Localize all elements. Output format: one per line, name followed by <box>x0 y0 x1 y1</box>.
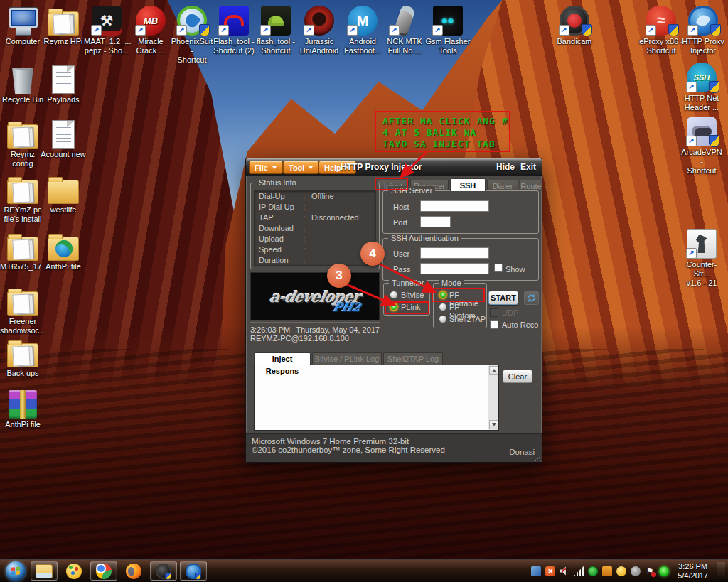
desktop-icon-eproxy[interactable]: eProxy x86 - Shortcut <box>638 4 684 55</box>
firefox-icon <box>126 564 141 579</box>
user-input[interactable] <box>420 247 489 259</box>
pass-input[interactable] <box>420 263 489 274</box>
taskbar-http-proxy-injector[interactable] <box>180 561 207 581</box>
log-scrollbar[interactable] <box>488 365 498 430</box>
show-password-checkbox[interactable] <box>494 264 503 272</box>
start-button-orb[interactable] <box>6 561 26 581</box>
action-center-flag-icon[interactable] <box>645 566 655 576</box>
desktop-icon-http-net-header[interactable]: HTTP Net Header ... <box>679 61 724 112</box>
pf-system-radio[interactable] <box>439 303 447 311</box>
jurassic-icon <box>304 6 334 36</box>
ssh-icon <box>687 63 717 92</box>
refresh-button[interactable] <box>524 291 539 305</box>
desktop-icon-phoenixsuit[interactable]: PhoenixSuit - Shortcut <box>169 4 215 65</box>
donate-link[interactable]: Donasi <box>509 448 535 456</box>
desktop-icon-anthpi-folder[interactable]: AnthPi file <box>41 230 86 271</box>
annotation-note-text: AFTER MA CLICK ANG # 4 AT 5 BALIK NA TAY… <box>382 116 508 150</box>
scroll-up-icon[interactable] <box>489 366 498 375</box>
desktop-icon-flash-tool[interactable]: flash_tool - Shortcut <box>253 4 299 55</box>
desktop-icon-flash-tool-2[interactable]: Flash_tool - Shortcut (2) <box>211 4 257 55</box>
tab-bitvise-plink-log[interactable]: Bitvise / PLink Log <box>312 352 382 365</box>
tab-ssh[interactable]: SSH <box>450 178 486 191</box>
uac-shield-icon <box>165 573 171 580</box>
folder-icon <box>48 237 79 261</box>
ball-app-tray-icon[interactable] <box>616 566 626 576</box>
host-input[interactable] <box>420 200 489 212</box>
clear-button[interactable]: Clear <box>503 370 532 383</box>
step-4-badge: 4 <box>360 242 385 266</box>
window-clock-date: Thursday, May 04, 2017 <box>296 325 380 334</box>
udp-label: UDP <box>502 308 518 317</box>
exit-button[interactable]: Exit <box>520 162 536 172</box>
green-status-icon[interactable] <box>659 566 669 576</box>
folder-icon <box>7 237 38 261</box>
folder-icon <box>48 11 79 36</box>
tab-dialer[interactable]: Dialer <box>487 180 518 191</box>
phoenixsuit-icon <box>177 6 207 36</box>
start-button[interactable]: START <box>488 291 518 305</box>
desktop-icon-freener-shadowsoc[interactable]: Freener shadowsoc... <box>0 284 46 335</box>
folder-icon <box>48 180 79 204</box>
tray-clock[interactable]: 3:26 PM 5/4/2017 <box>673 562 712 581</box>
desktop-icon-arcadevpn[interactable]: ArcadeVPN - Shortcut <box>679 115 724 176</box>
desktop-icon-recycle-bin[interactable]: Recycle Bin <box>0 63 46 104</box>
tab-route[interactable]: Route <box>520 180 542 191</box>
taskbar-ball-app[interactable] <box>60 561 87 581</box>
clock-panel: 3:26:03 PM Thursday, May 04, 2017 REYMZ-… <box>250 322 380 343</box>
bitvise-radio[interactable] <box>390 291 398 299</box>
desktop-icon-reymz-hpi[interactable]: Reymz HPi <box>41 4 86 46</box>
shell2tap-radio[interactable] <box>439 315 447 323</box>
explorer-icon <box>36 564 53 578</box>
globe-icon[interactable] <box>588 566 598 576</box>
desktop-icon-jurassic-uniandroid[interactable]: Jurassic UniAndroid <box>296 4 342 55</box>
volume-muted-icon[interactable] <box>560 566 569 576</box>
port-input[interactable] <box>420 216 451 227</box>
antivirus-icon[interactable] <box>545 566 555 576</box>
tab-shell2tap-log[interactable]: Shell2TAP Log <box>383 352 443 365</box>
step-3-badge: 3 <box>327 264 351 288</box>
hide-button[interactable]: Hide <box>496 162 515 172</box>
gray-app-icon[interactable] <box>631 566 641 576</box>
network-signal-icon[interactable] <box>574 566 584 576</box>
scroll-down-icon[interactable] <box>489 420 498 429</box>
file-menu-button[interactable]: File <box>249 161 283 174</box>
folder-icon <box>7 124 38 149</box>
desktop-icon-computer[interactable]: Computer <box>0 4 46 46</box>
desktop-icon-westlife[interactable]: westlife <box>41 173 86 215</box>
window-clock-time: 3:26:03 PM <box>250 325 290 334</box>
desktop-icon-back-ups[interactable]: Back ups <box>0 336 46 378</box>
desktop-icon-maat[interactable]: MAAT_1.2_... pepz - Sho... <box>84 4 129 55</box>
desktop-icon-counter-strike[interactable]: Counter-Str... v1.6 - 21 <box>679 227 724 288</box>
tray-app-icon[interactable] <box>531 566 541 576</box>
desktop-icon-acoount-new[interactable]: Acoount new <box>41 117 86 159</box>
document-icon <box>52 65 75 94</box>
download-manager-icon[interactable] <box>602 566 612 576</box>
window-titlebar[interactable]: File Tool Help HTTP Proxy Injector Hide … <box>246 158 542 176</box>
taskbar-firefox[interactable] <box>120 561 147 581</box>
desktop-icon-anthpi-rar[interactable]: AnthPi file <box>0 387 46 429</box>
folder-icon <box>7 180 38 204</box>
desktop-icon-reymz-config[interactable]: Reymz config <box>0 117 46 168</box>
desktop-icon-android-fastboot[interactable]: Android Fastboot... <box>340 4 385 55</box>
desktop-icon-mt6575[interactable]: MT6575_17... <box>0 230 46 271</box>
auto-reco-checkbox[interactable] <box>490 320 498 329</box>
os-info: Microsoft Windows 7 Home Premium 32-bit <box>252 437 536 446</box>
desktop-icon-miracle-crack[interactable]: Miracle Crack ... <box>128 4 173 55</box>
desktop-icon-bandicam[interactable]: Bandicam <box>552 4 597 46</box>
recycle-bin-icon <box>11 64 35 94</box>
desktop-icon-http-proxy-injector[interactable]: HTTP Proxy Injector <box>680 4 726 55</box>
udp-checkbox <box>490 308 498 317</box>
desktop-icon-reymz-pc-install[interactable]: REYmZ pc file's install <box>0 173 46 224</box>
desktop-icon-payloads[interactable]: Payloads <box>41 63 86 104</box>
tab-inject-response[interactable]: Inject Respons <box>254 352 311 365</box>
status-row-ip-dialup: IP Dial-Up: <box>255 202 375 212</box>
phone-icon <box>393 4 416 37</box>
status-row-download: Download: <box>255 223 375 234</box>
show-desktop-button[interactable] <box>717 562 725 581</box>
taskbar-bandicam[interactable] <box>150 561 177 581</box>
taskbar-explorer[interactable] <box>31 561 58 581</box>
tool-menu-button[interactable]: Tool <box>283 161 319 174</box>
taskbar-chrome[interactable] <box>90 561 117 581</box>
desktop-icon-nck-mtk[interactable]: NCK MTK Full No ... <box>382 4 427 55</box>
desktop-icon-gsm-flasher[interactable]: Gsm Flasher Tools <box>425 4 471 55</box>
